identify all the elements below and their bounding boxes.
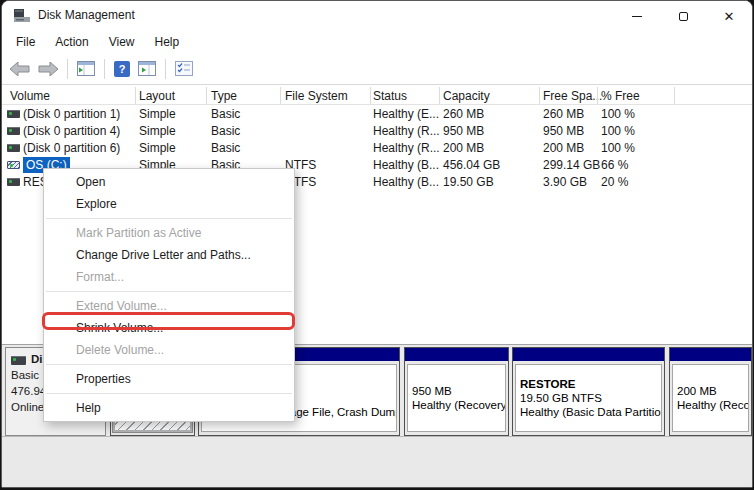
cell-capacity: 260 MB [443,107,484,121]
menu-item-open[interactable]: Open [44,171,294,193]
close-icon: ✕ [724,10,735,23]
disk-icon [11,356,26,365]
column-divider[interactable] [597,87,598,104]
back-arrow-icon [10,62,30,76]
titlebar: Disk Management ✕ [2,1,752,31]
partition-size: 200 MB [677,384,748,398]
maximize-icon [679,12,688,21]
close-button[interactable]: ✕ [706,1,752,31]
cell-type: Basic [211,107,240,121]
partition-header-bar [405,348,508,361]
menu-item-delete-volume: Delete Volume... [44,339,294,361]
cell-capacity: 456.04 GB [443,158,500,172]
partition-header-bar [670,348,751,361]
partition-block-recovery-200[interactable]: 200 MB Healthy (Recovery Partition) [669,347,752,436]
cell-capacity: 200 MB [443,141,484,155]
cell-pct: 100 % [601,107,635,121]
column-divider[interactable] [370,87,371,104]
cell-pct: 100 % [601,124,635,138]
disk-management-window: Disk Management ✕ File Action View Help [1,0,753,488]
cell-status: Healthy (B... [373,175,439,189]
console-tree-icon [77,61,95,76]
help-button[interactable]: ? [110,56,134,82]
cell-type: Basic [211,141,240,155]
console-tree-button[interactable] [73,56,99,82]
cell-free: 299.14 GB [543,158,600,172]
minimize-button[interactable] [614,1,660,31]
menu-item-change-drive-letter[interactable]: Change Drive Letter and Paths... [44,244,294,266]
toolbar-separator [104,59,105,79]
volume-icon-selected [7,161,20,169]
table-row[interactable]: (Disk 0 partition 6) Simple Basic Health… [2,139,752,156]
column-divider[interactable] [280,87,281,104]
column-divider[interactable] [539,87,540,104]
menu-separator [46,364,292,365]
cell-capacity: 19.50 GB [443,175,494,189]
help-icon: ? [114,61,130,77]
col-pct-free[interactable]: % Free [601,89,640,103]
partition-title: RESTORE [520,377,661,391]
cell-pct: 20 % [601,175,628,189]
col-type[interactable]: Type [211,89,237,103]
window-title: Disk Management [38,8,135,22]
partition-size: 19.50 GB NTFS [520,391,661,405]
forward-button[interactable] [34,56,62,82]
cell-status: Healthy (R... [373,141,440,155]
disk-row-divider [2,436,752,437]
cell-volume: (Disk 0 partition 6) [23,141,120,155]
table-row[interactable]: (Disk 0 partition 1) Simple Basic Health… [2,105,752,122]
volume-icon [7,110,20,118]
menu-item-mark-partition-active: Mark Partition as Active [44,222,294,244]
partition-status: Healthy (Basic Data Partition) [520,405,661,419]
menu-action[interactable]: Action [45,33,98,51]
shrink-volume-highlight-box [42,312,295,330]
col-free-space[interactable]: Free Spa... [543,89,602,103]
action-pane-button[interactable] [134,56,160,82]
partition-block-recovery-950[interactable]: 950 MB Healthy (Recovery Partition) [404,347,509,436]
volume-icon [7,144,20,152]
column-divider[interactable] [674,87,675,104]
cell-type: Basic [211,124,240,138]
action-pane-icon [138,61,156,76]
cell-status: Healthy (R... [373,124,440,138]
menu-file[interactable]: File [6,33,45,51]
cell-status: Healthy (B... [373,158,439,172]
menu-item-properties[interactable]: Properties [44,368,294,390]
back-button[interactable] [6,56,34,82]
col-status[interactable]: Status [373,89,407,103]
toolbar-separator [67,59,68,79]
cell-pct: 66 % [601,158,628,172]
cell-volume: (Disk 0 partition 4) [23,124,120,138]
context-menu: Open Explore Mark Partition as Active Ch… [43,168,295,422]
properties-list-icon [175,61,193,76]
toolbar-separator [165,59,166,79]
column-divider[interactable] [439,87,440,104]
properties-list-button[interactable] [171,56,197,82]
menu-item-explore[interactable]: Explore [44,193,294,215]
menu-separator [46,393,292,394]
table-row[interactable]: (Disk 0 partition 4) Simple Basic Health… [2,122,752,139]
col-layout[interactable]: Layout [139,89,175,103]
list-header: Volume Layout Type File System Status Ca… [2,86,752,105]
toolbar: ? [2,53,752,85]
cell-layout: Simple [139,124,176,138]
partition-status: Healthy (Recovery Partition) [412,398,505,412]
volume-icon [7,127,20,135]
col-capacity[interactable]: Capacity [443,89,490,103]
column-divider[interactable] [135,87,136,104]
cell-layout: Simple [139,107,176,121]
maximize-button[interactable] [660,1,706,31]
cell-free: 3.90 GB [543,175,587,189]
menu-separator [46,218,292,219]
cell-free: 950 MB [543,124,584,138]
menu-view[interactable]: View [99,33,145,51]
cell-status: Healthy (E... [373,107,439,121]
col-file-system[interactable]: File System [285,89,348,103]
menu-help[interactable]: Help [145,33,190,51]
partition-block-restore[interactable]: RESTORE 19.50 GB NTFS Healthy (Basic Dat… [512,347,665,436]
minimize-icon [632,16,642,17]
col-volume[interactable]: Volume [10,89,50,103]
column-divider[interactable] [206,87,207,104]
menu-item-help[interactable]: Help [44,397,294,419]
volume-icon [7,178,20,186]
